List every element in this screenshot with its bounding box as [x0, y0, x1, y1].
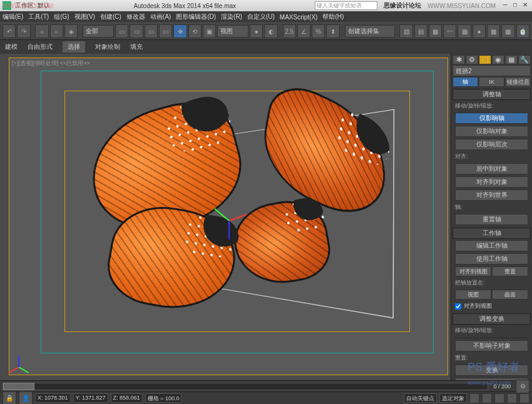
render-frame-button[interactable]: ▦	[501, 24, 514, 38]
menu-tools[interactable]: 工具(T)	[28, 13, 49, 21]
affect-pivot-only-button[interactable]: 仅影响轴	[455, 113, 528, 124]
menu-rendering[interactable]: 渲染(R)	[221, 13, 242, 21]
ribbon-modeling[interactable]: 建模	[5, 43, 18, 51]
menu-group[interactable]: 组(G)	[54, 13, 69, 21]
undo-button[interactable]: ↶	[3, 24, 16, 38]
schematic-button[interactable]: ▦	[458, 24, 471, 38]
y-coord[interactable]: Y: 1371.827	[73, 393, 108, 403]
center-to-object-button[interactable]: 居中到对象	[455, 163, 528, 174]
workspace-dropdown[interactable]: 工作区: 默认	[15, 1, 50, 10]
timeline-config-button[interactable]: ⚙	[516, 380, 529, 393]
ribbon-objectpaint[interactable]: 对象绘制	[95, 43, 120, 51]
select-name-button[interactable]: ▭	[130, 24, 143, 38]
time-slider[interactable]: 0 / 200 ⚙	[0, 380, 532, 391]
goto-start-button[interactable]	[469, 393, 479, 403]
menu-animation[interactable]: 动画(A)	[150, 13, 171, 21]
link-button[interactable]: ⟐	[35, 24, 48, 38]
render-button[interactable]: 🍵	[516, 24, 529, 38]
dont-affect-children-button[interactable]	[455, 337, 528, 338]
affect-object-only-button[interactable]: 仅影响对象	[455, 126, 528, 137]
manipulate-button[interactable]: ◐	[264, 24, 277, 38]
ik-subtab[interactable]: IK	[479, 77, 504, 87]
hierarchy-tab[interactable]: ⬚	[479, 55, 491, 64]
selected-label[interactable]: 选定对象	[439, 393, 467, 403]
viewport-area[interactable]: [+][透视][明暗处理] <<已禁用>>	[0, 54, 451, 380]
autokey-button[interactable]: 自动关键点	[404, 393, 437, 403]
goto-end-button[interactable]	[519, 393, 529, 403]
material-editor-button[interactable]: ●	[473, 24, 486, 38]
adjust-pivot-header[interactable]: 调整轴	[453, 89, 531, 100]
ribbon-freeform[interactable]: 自由形式	[28, 43, 53, 51]
place-surface-button[interactable]: 曲面	[492, 290, 528, 300]
adjust-transform-header[interactable]: 调整变换	[453, 313, 531, 325]
bind-button[interactable]: ◈	[64, 24, 78, 38]
time-slider-thumb[interactable]	[3, 383, 34, 390]
object-name-field[interactable]: 翅膀2	[453, 65, 531, 76]
viewport-label[interactable]: [+][透视][明暗处理] <<已禁用>>	[12, 59, 90, 68]
affect-hierarchy-only-button[interactable]: 仅影响层次	[455, 139, 528, 150]
use-working-pivot-button[interactable]: 使用工作轴	[455, 253, 528, 265]
snap-toggle[interactable]: 2.5	[283, 24, 296, 38]
linkinfo-subtab[interactable]: 链接信息	[505, 77, 531, 87]
gizmo-y-axis[interactable]	[214, 208, 229, 221]
select-region-button[interactable]: ▭	[145, 24, 158, 38]
next-frame-button[interactable]	[507, 393, 517, 403]
lock-button[interactable]: 🔒	[3, 391, 16, 405]
z-coord[interactable]: Z: 858.061	[111, 393, 143, 403]
menu-modifiers[interactable]: 修改器	[126, 13, 145, 21]
pivot-button[interactable]: ●	[250, 24, 263, 38]
dont-affect-children-button[interactable]: 不影响子对象	[455, 340, 528, 351]
display-tab[interactable]: ▦	[505, 55, 518, 64]
selection-filter-dropdown[interactable]: 全部	[83, 25, 114, 38]
angle-snap-button[interactable]: ∠	[297, 24, 310, 38]
maximize-button[interactable]: □	[511, 2, 519, 9]
move-button[interactable]: ✥	[173, 24, 187, 38]
align-to-view-checkbox[interactable]: 对齐到视图	[453, 301, 531, 311]
ribbon-populate[interactable]: 填充	[130, 43, 143, 51]
prev-frame-button[interactable]	[482, 393, 492, 403]
motion-tab[interactable]: ◉	[492, 55, 504, 64]
utilities-tab[interactable]: 🔧	[518, 55, 531, 64]
refcoord-dropdown[interactable]: 视图	[217, 25, 248, 38]
redo-button[interactable]: ↷	[17, 24, 30, 38]
unlink-button[interactable]: ⟐	[50, 24, 63, 38]
working-pivot-header[interactable]: 工作轴	[453, 228, 531, 239]
play-button[interactable]	[494, 393, 504, 403]
menu-create[interactable]: 创建(C)	[100, 13, 121, 21]
modify-tab[interactable]: ⚙	[466, 55, 478, 64]
gizmo-z-axis[interactable]	[228, 221, 230, 240]
align-button[interactable]: ▤	[414, 24, 427, 38]
spinner-snap-button[interactable]: ⬍	[326, 24, 339, 38]
curve-editor-button[interactable]: ⬳	[443, 24, 456, 38]
gizmo-x-axis[interactable]	[229, 214, 247, 221]
move-gizmo[interactable]	[210, 202, 247, 240]
isolate-button[interactable]: 👤	[19, 391, 33, 405]
align-to-object-button[interactable]: 对齐到对象	[455, 176, 528, 188]
close-button[interactable]: ✕	[521, 2, 529, 9]
x-coord[interactable]: X: 1078.301	[35, 393, 71, 403]
select-button[interactable]: ▭	[115, 24, 128, 38]
menu-maxscript[interactable]: MAXScript(X)	[280, 14, 318, 21]
menu-grapheditors[interactable]: 图形编辑器(D)	[176, 13, 216, 21]
help-search-input[interactable]: 键入关键字或短语	[315, 1, 377, 10]
ribbon-selection[interactable]: 选择	[63, 41, 85, 53]
scale-button[interactable]: ▣	[203, 24, 216, 38]
menu-views[interactable]: 视图(V)	[74, 13, 95, 21]
edit-working-pivot-button[interactable]: 编辑工作轴	[455, 240, 528, 251]
pivot-subtab[interactable]: 轴	[453, 77, 478, 87]
named-selection-dropdown[interactable]: 创建选择集	[345, 25, 395, 38]
perspective-viewport[interactable]: [+][透视][明暗处理] <<已禁用>>	[9, 58, 448, 375]
reset-btn[interactable]: 重置	[492, 266, 528, 276]
align-to-world-button[interactable]: 对齐到世界	[455, 189, 528, 201]
menu-help[interactable]: 帮助(H)	[322, 13, 344, 21]
create-tab[interactable]: ✱	[453, 55, 465, 64]
menu-customize[interactable]: 自定义(U)	[247, 13, 275, 21]
mirror-button[interactable]: ▧	[399, 24, 412, 38]
minimize-button[interactable]: ─	[501, 2, 509, 9]
place-view-button[interactable]: 视图	[455, 290, 491, 300]
align-to-view-btn1[interactable]: 对齐到视图	[455, 266, 491, 276]
reset-transform-button[interactable]: 变换	[455, 365, 528, 376]
render-setup-button[interactable]: ▦	[487, 24, 500, 38]
rotate-button[interactable]: ⟲	[188, 24, 202, 38]
menu-edit[interactable]: 编辑(E)	[3, 13, 23, 21]
